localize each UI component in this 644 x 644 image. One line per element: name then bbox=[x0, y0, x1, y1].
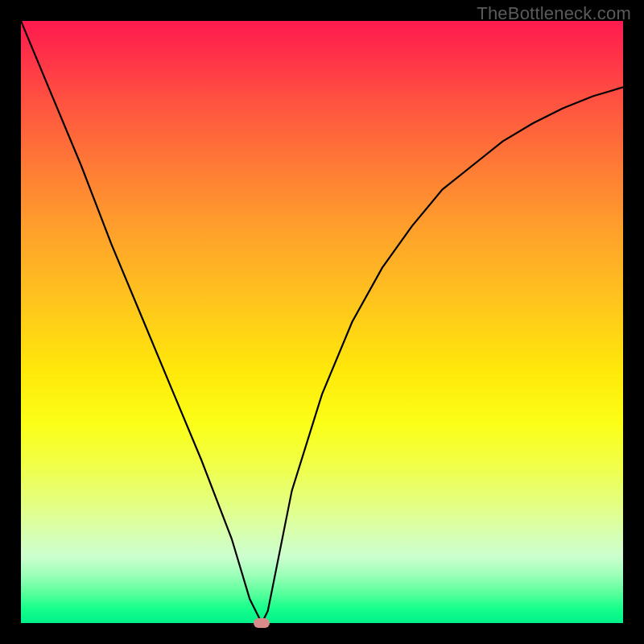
curve-svg bbox=[21, 21, 623, 623]
watermark-text: TheBottleneck.com bbox=[477, 3, 631, 24]
bottleneck-curve bbox=[21, 21, 623, 623]
chart-frame: TheBottleneck.com bbox=[0, 0, 644, 644]
plot-area bbox=[21, 21, 623, 623]
optimal-marker bbox=[254, 618, 270, 628]
